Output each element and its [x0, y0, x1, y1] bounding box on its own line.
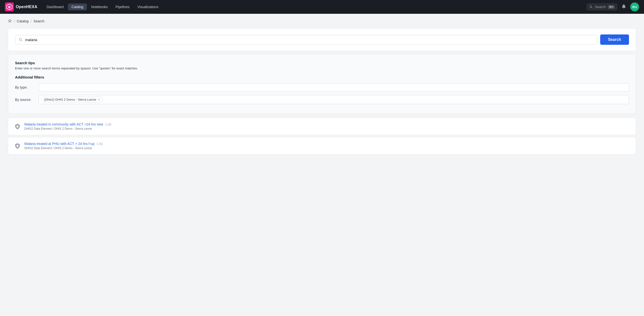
- openhexa-logo-icon: [5, 2, 14, 11]
- nav-catalog[interactable]: Catalog: [68, 4, 87, 10]
- filter-source-label: By source:: [15, 98, 35, 102]
- navbar-right: Search ⌘K RU: [587, 2, 639, 11]
- breadcrumb-search: Search: [34, 19, 44, 23]
- result-score-0: 1.00: [105, 122, 111, 126]
- source-tag[interactable]: (Dhis2) DHIS 2 Demo - Sierra Leone ✕: [41, 97, 103, 102]
- global-search-trigger[interactable]: Search ⌘K: [587, 4, 618, 10]
- filter-type-row: By type:: [15, 83, 629, 92]
- navbar: OpenHEXA Dashboard Catalog Notebooks Pip…: [0, 0, 644, 14]
- navbar-brand: OpenHEXA: [16, 5, 38, 9]
- result-title-1[interactable]: Malaria treated at PHU with ACT > 24 hrs…: [24, 142, 630, 146]
- svg-point-4: [590, 6, 592, 8]
- breadcrumb: / Catalog / Search: [0, 14, 644, 28]
- nav-visualizations[interactable]: Visualizations: [134, 4, 162, 10]
- notifications-icon[interactable]: [621, 4, 626, 10]
- filter-source-tags-input[interactable]: (Dhis2) DHIS 2 Demo - Sierra Leone ✕: [39, 95, 629, 104]
- source-tag-label: (Dhis2) DHIS 2 Demo - Sierra Leone: [44, 98, 96, 102]
- search-input[interactable]: [25, 38, 594, 42]
- breadcrumb-sep-2: /: [30, 19, 32, 23]
- result-subtitle-0: DHIS2 Data Element / DHIS 2 Demo - Sierr…: [24, 127, 630, 130]
- tips-text: Enter one or more search terms separated…: [15, 66, 629, 70]
- result-icon-1: [14, 142, 21, 150]
- result-icon-0: [14, 123, 21, 130]
- tips-title: Search tips: [15, 61, 629, 65]
- filters-title: Additional filters: [15, 75, 629, 79]
- nav-notebooks[interactable]: Notebooks: [88, 4, 111, 10]
- navbar-nav: Dashboard Catalog Notebooks Pipelines Vi…: [43, 4, 585, 10]
- result-score-1: 1.00: [96, 142, 103, 146]
- navbar-logo[interactable]: OpenHEXA: [5, 2, 38, 11]
- result-item-0: Malaria treated in community with ACT >2…: [8, 118, 636, 135]
- search-input-wrapper: [15, 35, 597, 44]
- breadcrumb-sep-1: /: [14, 19, 15, 23]
- user-avatar[interactable]: RU: [630, 2, 639, 11]
- search-input-row: Search: [15, 34, 629, 45]
- result-item-1: Malaria treated at PHU with ACT > 24 hrs…: [8, 137, 636, 154]
- breadcrumb-catalog[interactable]: Catalog: [17, 19, 28, 23]
- result-content-1: Malaria treated at PHU with ACT > 24 hrs…: [24, 142, 630, 150]
- nav-dashboard[interactable]: Dashboard: [43, 4, 67, 10]
- search-kbd: ⌘K: [608, 5, 615, 9]
- global-search-label: Search: [595, 5, 606, 9]
- search-input-icon: [19, 38, 23, 42]
- main-content: Search Search tips Enter one or more sea…: [0, 28, 644, 164]
- filter-type-input[interactable]: [39, 83, 629, 92]
- result-title-0[interactable]: Malaria treated in community with ACT >2…: [24, 122, 630, 126]
- filters-section: Search tips Enter one or more search ter…: [8, 55, 636, 114]
- nav-pipelines[interactable]: Pipelines: [112, 4, 133, 10]
- search-icon: [589, 5, 593, 8]
- filter-type-label: By type:: [15, 86, 35, 89]
- svg-point-5: [19, 38, 22, 40]
- result-content-0: Malaria treated in community with ACT >2…: [24, 122, 630, 130]
- search-card: Search: [8, 28, 636, 51]
- search-button[interactable]: Search: [600, 34, 629, 45]
- source-tag-remove[interactable]: ✕: [98, 98, 100, 102]
- result-subtitle-1: DHIS2 Data Element / DHIS 2 Demo - Sierr…: [24, 146, 630, 150]
- results-list: Malaria treated in community with ACT >2…: [8, 118, 636, 154]
- filter-source-row: By source: (Dhis2) DHIS 2 Demo - Sierra …: [15, 95, 629, 104]
- breadcrumb-home[interactable]: [8, 19, 12, 24]
